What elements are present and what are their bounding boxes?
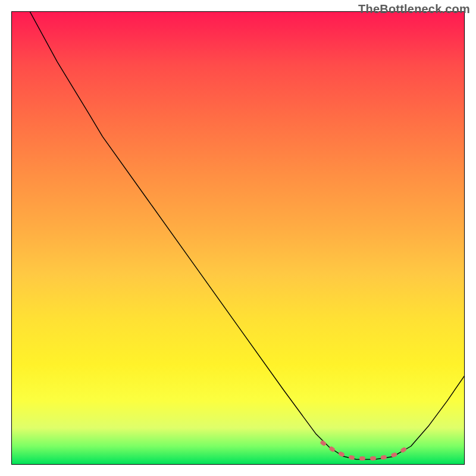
chart-stage: TheBottleneck.com	[0, 0, 476, 476]
curve-layer	[12, 12, 465, 465]
plot-area	[11, 11, 465, 465]
watermark-label: TheBottleneck.com	[358, 2, 470, 16]
mismatch-curve	[30, 12, 465, 459]
